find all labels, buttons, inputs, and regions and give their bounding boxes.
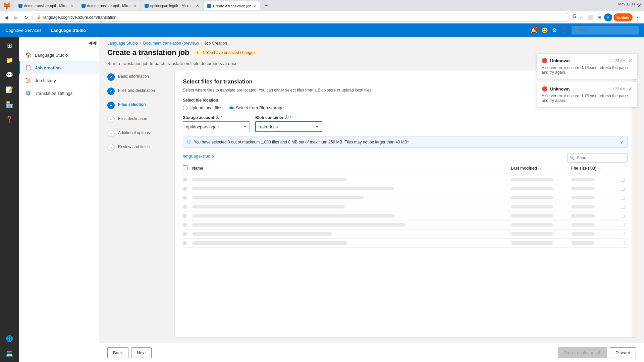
tab-1-close[interactable]: ✕ xyxy=(70,4,73,8)
name-sort-icon: ↑↓ xyxy=(204,167,208,170)
os-chat-icon[interactable]: 💬 xyxy=(3,69,15,81)
folder-link[interactable]: language-studio xyxy=(183,154,214,159)
blob-container-info-icon[interactable]: ⓘ xyxy=(285,115,288,120)
breadcrumb-language-studio[interactable]: Language Studio xyxy=(107,41,138,46)
tab-2[interactable]: demo-translate-opti - Mic... ✕ xyxy=(78,1,140,10)
select-all-checkbox[interactable] xyxy=(183,165,187,170)
sidebar-item-job-history[interactable]: 📜 Job history xyxy=(19,74,99,87)
step-files-destination: ○ Files destination xyxy=(107,112,174,126)
storage-account-select[interactable]: optidocparsingdir xyxy=(183,121,250,132)
update-button[interactable]: Update xyxy=(613,13,633,21)
browser-tab-bar: 🦊 demo-translate-opti - Mic... ✕ demo-tr… xyxy=(0,0,644,11)
table-row[interactable] xyxy=(183,221,628,230)
step-files-destination-label: Files destination xyxy=(118,116,147,121)
tab-2-favicon xyxy=(82,4,86,8)
toasts-container: 🔴 Unknown 11:23 AM ✕ A server error occu… xyxy=(537,54,637,107)
step-files-destination-circle: ○ xyxy=(107,116,115,123)
sidebar-collapse-btn[interactable]: ◀◀ xyxy=(19,37,99,49)
table-row[interactable] xyxy=(183,212,628,221)
tab-4-label: Create a translation job xyxy=(213,4,251,8)
sidebar-label-job-history: Job history xyxy=(35,78,56,83)
sidebar-item-job-creation[interactable]: 📋 Job creation xyxy=(19,61,99,74)
step-add-options: ○ Additional options xyxy=(107,126,174,140)
storage-account-field: Storage account ⓘ * optidocparsingdir xyxy=(183,115,250,132)
forward-nav-button[interactable]: ▶ xyxy=(12,13,20,21)
os-store-icon[interactable]: 🏪 xyxy=(3,99,15,111)
back-button[interactable]: Back xyxy=(107,347,128,358)
step-basic-info: ✓ Basic information xyxy=(107,70,174,84)
os-app-menu-icon[interactable]: ⊞ xyxy=(3,40,15,52)
loading-rows xyxy=(183,175,628,248)
radio-upload-local[interactable]: Upload local files xyxy=(183,105,222,110)
breadcrumb-document-translation[interactable]: Document translation (preview) xyxy=(143,41,199,46)
new-tab-button[interactable]: + xyxy=(262,2,271,10)
storage-account-info-icon[interactable]: ⓘ xyxy=(216,115,219,120)
toast-1: 🔴 Unknown 11:23 AM ✕ A server error occu… xyxy=(537,54,637,79)
toast-1-close[interactable]: ✕ xyxy=(628,58,632,63)
step-review-label: Review and finish xyxy=(118,144,150,149)
breadcrumb-sep-2: › xyxy=(201,41,202,46)
split-view-button[interactable]: ⊞ xyxy=(596,13,603,21)
header-search-input[interactable] xyxy=(572,26,639,35)
steps-panel: ✓ Basic information ✓ Files and destinat… xyxy=(107,70,174,338)
os-terminal-icon[interactable]: 💻 xyxy=(3,347,15,359)
os-sidebar: ⊞ 📁 💬 📝 🏪 ❓ 🌐 💻 xyxy=(0,37,19,362)
tab-2-close[interactable]: ✕ xyxy=(133,4,137,8)
blob-container-select[interactable]: train-docs xyxy=(255,121,322,132)
google-icon[interactable]: G xyxy=(572,13,576,21)
toast-2-error-icon: 🔴 xyxy=(542,86,547,92)
file-search-input[interactable] xyxy=(567,153,628,163)
firefox-icon[interactable]: 🦊 xyxy=(3,2,11,10)
scrollbar[interactable] xyxy=(632,70,636,337)
screenshot-button[interactable]: ⬜ xyxy=(586,13,595,21)
table-row[interactable] xyxy=(183,239,628,248)
radio-blob-input[interactable] xyxy=(229,106,234,110)
main-panel: Select files for translation Select wher… xyxy=(174,70,636,338)
radio-blob-storage[interactable]: Select from Blob storage xyxy=(229,105,283,110)
table-row[interactable] xyxy=(183,184,628,193)
os-chrome-icon[interactable]: 🌐 xyxy=(3,333,15,345)
toast-1-header: 🔴 Unknown 11:23 AM ✕ xyxy=(542,58,632,63)
name-column-header[interactable]: Name ↑↓ xyxy=(192,166,208,171)
os-notes-icon[interactable]: 📝 xyxy=(3,84,15,96)
tab-3-close[interactable]: ✕ xyxy=(196,4,199,8)
toast-2-close[interactable]: ✕ xyxy=(628,86,632,92)
os-help-icon[interactable]: ❓ xyxy=(3,113,15,125)
cognitive-services-link[interactable]: Cognitive Services xyxy=(5,28,42,33)
unsaved-warning: ⚠ ⚠ You have unsaved changes. xyxy=(193,49,259,56)
profile-icon[interactable]: A xyxy=(604,13,612,21)
bookmark-button[interactable]: ☆ xyxy=(578,13,585,21)
tab-4-active[interactable]: Create a translation job ✕ xyxy=(204,1,260,10)
sidebar-item-language-studio[interactable]: 🏠 Language Studio xyxy=(19,49,99,61)
tab-3[interactable]: optidocparsingdir - Micro... ✕ xyxy=(141,1,203,10)
settings-icon[interactable]: ⚙ xyxy=(552,27,557,34)
discard-button[interactable]: Discard xyxy=(610,347,636,358)
tab-4-favicon xyxy=(207,4,211,8)
info-bar-expand-icon[interactable]: ∨ xyxy=(620,140,623,144)
next-button[interactable]: Next xyxy=(131,347,152,358)
step-files-sel: ● Files selection xyxy=(107,98,174,112)
table-row[interactable] xyxy=(183,230,628,239)
radio-blob-label: Select from Blob storage xyxy=(236,105,283,110)
start-translation-button[interactable]: Start translation job xyxy=(558,347,607,358)
more-menu-button[interactable]: ⋯ xyxy=(634,13,641,21)
address-bar[interactable]: 🔒 language.cognitive.azure.com/translati… xyxy=(32,13,570,22)
step-files-dest-circle: ✓ xyxy=(107,87,115,95)
tab-1[interactable]: demo-translate-opti - Mic... ✕ xyxy=(15,1,77,10)
back-nav-button[interactable]: ◀ xyxy=(3,13,10,21)
tab-4-close[interactable]: ✕ xyxy=(254,4,257,8)
modified-column-header[interactable]: Last modified ↑↓ xyxy=(511,166,541,171)
emoji-icon[interactable]: 😊 xyxy=(541,27,548,34)
help-icon[interactable]: ❓ xyxy=(561,27,568,34)
reload-button[interactable]: ↻ xyxy=(22,13,30,21)
notification-icon[interactable]: 🔔8 xyxy=(531,27,537,34)
table-row[interactable] xyxy=(183,193,628,202)
table-row[interactable] xyxy=(183,175,628,184)
step-files-sel-circle: ● xyxy=(107,102,115,109)
language-studio-header-link[interactable]: Language Studio xyxy=(51,28,86,33)
table-row[interactable] xyxy=(183,202,628,212)
sidebar-item-translation-settings[interactable]: ⚙️ Translation settings xyxy=(19,87,99,100)
filesize-column-header[interactable]: File size (KB) ↑↓ xyxy=(571,166,601,171)
os-files-icon[interactable]: 📁 xyxy=(3,54,15,66)
radio-upload-input[interactable] xyxy=(183,106,187,110)
